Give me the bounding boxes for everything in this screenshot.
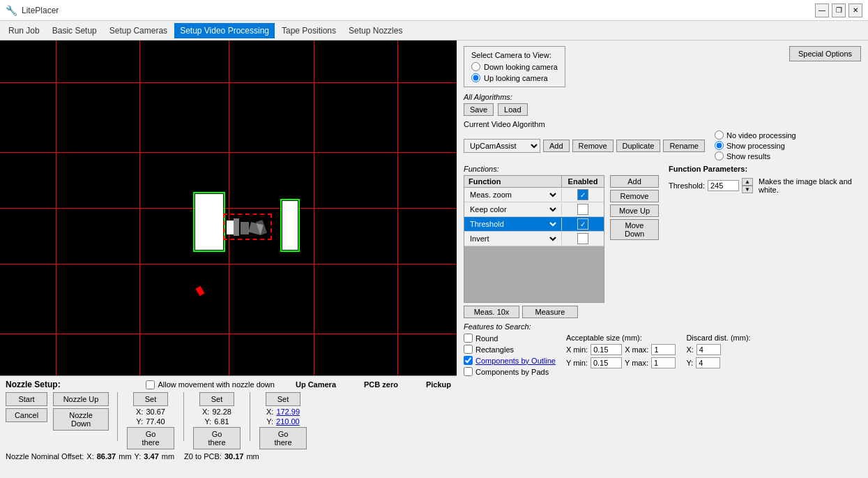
func-threshold-dropdown[interactable]: Threshold: [467, 219, 558, 229]
algo-duplicate-button[interactable]: Duplicate: [616, 140, 661, 152]
comp-pads-label: Components by Pads: [475, 368, 549, 376]
close-button[interactable]: ✕: [848, 3, 862, 17]
discard-x-input[interactable]: [696, 344, 721, 355]
menu-setup-cameras[interactable]: Setup Cameras: [104, 23, 173, 38]
nozzle-x-label: X:: [86, 452, 93, 461]
algo-rename-button[interactable]: Rename: [663, 140, 705, 152]
acceptable-size-label: Acceptable size (mm):: [566, 334, 676, 342]
up-camera-y: 77.40: [146, 417, 165, 426]
menu-basic-setup[interactable]: Basic Setup: [47, 23, 102, 38]
no-video-option[interactable]: No video processing: [715, 130, 796, 140]
special-options-button[interactable]: Special Options: [789, 46, 861, 61]
nozzle-x-value: 86.37: [97, 452, 116, 461]
threshold-input[interactable]: [708, 180, 739, 191]
ymin-label: Y min:: [566, 359, 588, 367]
cancel-button[interactable]: Cancel: [6, 408, 47, 422]
func-row-threshold[interactable]: Threshold ✓: [464, 217, 604, 232]
show-processing-radio[interactable]: [715, 141, 724, 150]
xmax-input[interactable]: [651, 344, 676, 355]
menu-setup-video[interactable]: Setup Video Processing: [174, 23, 275, 38]
comp-outline-label: Components by Outline: [475, 357, 556, 365]
func-keep-color-dropdown[interactable]: Keep color: [467, 204, 558, 214]
func-row-invert[interactable]: Invert: [464, 232, 604, 246]
up-camera-title: Up Camera: [296, 380, 336, 389]
threshold-down-button[interactable]: ▼: [742, 186, 753, 193]
xmin-input[interactable]: [591, 344, 622, 355]
rectangles-option[interactable]: Rectangles: [464, 345, 556, 354]
comp-outline-checkbox[interactable]: [464, 356, 473, 365]
minimize-button[interactable]: —: [815, 3, 829, 17]
ymin-input[interactable]: [591, 357, 622, 368]
discard-dist-label: Discard dist. (mm):: [686, 334, 750, 342]
threshold-up-button[interactable]: ▲: [742, 178, 753, 186]
allow-movement-checkbox[interactable]: [146, 380, 155, 389]
round-label: Round: [475, 334, 498, 343]
z0-value: 30.17: [224, 452, 244, 461]
func-meas-zoom-dropdown[interactable]: Meas. zoom: [467, 190, 558, 200]
restore-button[interactable]: ❐: [832, 3, 846, 17]
show-results-option[interactable]: Show results: [715, 151, 796, 160]
up-camera-go-button[interactable]: Go there: [127, 427, 174, 449]
show-results-radio[interactable]: [715, 151, 724, 160]
no-video-radio[interactable]: [715, 130, 724, 140]
pickup-x: 172.99: [276, 408, 300, 416]
pickup-go-button[interactable]: Go there: [259, 427, 307, 449]
algo-add-button[interactable]: Add: [543, 140, 570, 152]
pickup-y-label: Y:: [266, 417, 273, 426]
comp-pads-option[interactable]: Components by Pads: [464, 367, 556, 376]
comp-dashed-box: [223, 214, 272, 240]
up-camera-set-button[interactable]: Set: [133, 392, 168, 406]
vline-4: [397, 40, 398, 375]
ymax-input[interactable]: [651, 357, 676, 368]
menu-tape-positions[interactable]: Tape Positions: [276, 23, 342, 38]
load-button[interactable]: Load: [498, 103, 527, 116]
rectangles-checkbox[interactable]: [464, 345, 473, 354]
func-empty-area: [464, 246, 604, 302]
threshold-label: Threshold:: [669, 181, 705, 190]
xmin-label: X min:: [566, 345, 588, 354]
func-add-button[interactable]: Add: [610, 175, 659, 188]
discard-y-input[interactable]: [696, 357, 720, 368]
pcb-zero-x: 92.28: [212, 408, 231, 416]
threshold-description: Makes the image black and white.: [759, 177, 861, 194]
save-button[interactable]: Save: [464, 103, 494, 116]
allow-movement-label[interactable]: Allow movement with nozzle down: [146, 380, 275, 389]
pcb-zero-title: PCB zero: [364, 380, 398, 389]
show-processing-option[interactable]: Show processing: [715, 141, 796, 150]
functions-section: Functions: Function Enabled: [464, 165, 861, 318]
func-threshold-check[interactable]: ✓: [577, 218, 588, 230]
algo-dropdown[interactable]: UpCamAssist: [464, 139, 540, 153]
down-camera-radio[interactable]: [471, 62, 480, 71]
measure-button[interactable]: Measure: [522, 306, 578, 318]
nozzle-up-button[interactable]: Nozzle Up: [53, 392, 109, 406]
down-camera-option[interactable]: Down looking camera: [471, 62, 558, 71]
func-row-keep-color[interactable]: Keep color: [464, 202, 604, 217]
nozzle-down-button[interactable]: Nozzle Down: [53, 408, 109, 431]
pickup-set-button[interactable]: Set: [266, 392, 300, 406]
func-remove-button[interactable]: Remove: [610, 190, 659, 202]
func-move-down-button[interactable]: Move Down: [610, 219, 659, 240]
round-option[interactable]: Round: [464, 334, 556, 343]
current-algo-section: Current Video Algorithm UpCamAssist Add …: [464, 120, 861, 160]
comp-outline-option[interactable]: Components by Outline: [464, 356, 556, 365]
rectangles-label: Rectangles: [475, 345, 514, 354]
up-camera-option[interactable]: Up looking camera: [471, 73, 558, 82]
menu-setup-nozzles[interactable]: Setup Nozzles: [343, 23, 408, 38]
comp-pads-checkbox[interactable]: [464, 367, 473, 376]
meas-10x-button[interactable]: Meas. 10x: [464, 306, 519, 318]
func-move-up-button[interactable]: Move Up: [610, 204, 659, 217]
up-camera-radio[interactable]: [471, 73, 480, 82]
start-button[interactable]: Start: [6, 392, 47, 406]
func-invert-check[interactable]: [577, 233, 588, 244]
menu-run-job[interactable]: Run Job: [3, 23, 45, 38]
comp-green-2: [280, 199, 300, 252]
round-checkbox[interactable]: [464, 334, 473, 343]
func-meas-zoom-check[interactable]: ✓: [577, 189, 588, 200]
pcb-zero-set-button[interactable]: Set: [199, 392, 234, 406]
func-row-meas-zoom[interactable]: Meas. zoom ✓: [464, 188, 604, 202]
func-invert-dropdown[interactable]: Invert: [467, 234, 558, 244]
vline-3: [314, 40, 314, 375]
func-keep-color-check[interactable]: [577, 204, 588, 215]
pcb-zero-go-button[interactable]: Go there: [193, 427, 241, 449]
algo-remove-button[interactable]: Remove: [572, 140, 614, 152]
